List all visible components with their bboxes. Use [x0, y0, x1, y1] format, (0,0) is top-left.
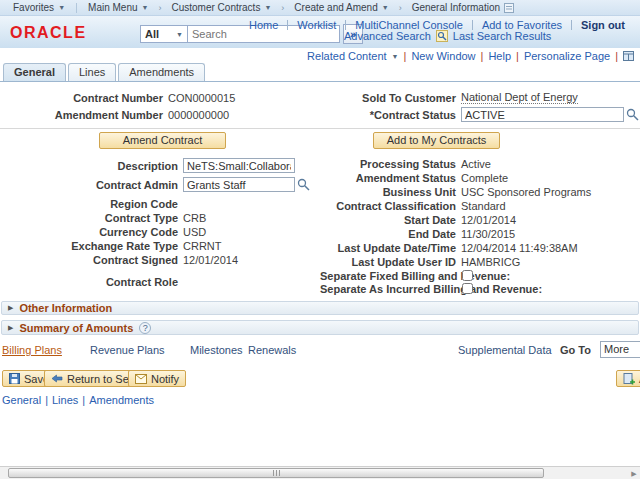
new-window-link[interactable]: New Window — [411, 50, 475, 62]
chevron-down-icon: ▼ — [176, 31, 183, 38]
separate-fixed-billing-checkbox[interactable] — [462, 270, 473, 281]
other-information-section[interactable]: ▶ Other Information — [1, 301, 639, 315]
separate-fixed-billing-label: Separate Fixed Billing and Revenue: — [320, 270, 456, 282]
start-date-label: Start Date — [320, 214, 456, 226]
description-input[interactable] — [183, 158, 295, 173]
supplemental-data-link[interactable]: Supplemental Data — [458, 344, 552, 356]
summary-of-amounts-label: Summary of Amounts — [19, 322, 133, 334]
horizontal-scrollbar[interactable]: ▶ — [0, 466, 640, 479]
processing-status-value: Active — [461, 158, 491, 170]
search-scope-value: All — [145, 28, 159, 40]
contract-signed-label: Contract Signed — [0, 254, 178, 266]
related-links-row: Billing Plans Revenue Plans Milestones R… — [0, 344, 640, 358]
sold-to-customer-link[interactable]: National Dept of Energy — [461, 91, 578, 104]
contract-classification-label: Contract Classification — [320, 200, 456, 212]
contract-admin-lookup-icon[interactable] — [297, 178, 310, 191]
currency-code-label: Currency Code — [0, 226, 178, 238]
breadcrumb-create-and-amend[interactable]: Create and Amend ▼ — [289, 2, 393, 13]
expand-triangle-icon[interactable]: ▶ — [8, 304, 13, 312]
divider — [0, 128, 640, 129]
divider: | — [82, 394, 85, 406]
breadcrumb-favorites[interactable]: Favorites ▼ — [8, 2, 70, 13]
tab-general[interactable]: General — [3, 63, 66, 81]
amendment-status-value: Complete — [461, 172, 508, 184]
notify-button[interactable]: Notify — [128, 370, 186, 387]
tab-lines[interactable]: Lines — [68, 63, 116, 81]
chevron-down-icon: ▼ — [382, 4, 389, 11]
help-link[interactable]: Help — [488, 50, 511, 62]
breadcrumb-create-and-amend-label: Create and Amend — [294, 2, 377, 13]
last-search-results-icon — [436, 30, 448, 42]
personalize-layout-icon[interactable] — [623, 51, 634, 61]
footer-amendments-link[interactable]: Amendments — [89, 394, 154, 406]
other-information-label: Other Information — [19, 302, 112, 314]
breadcrumb-current-page-label: General Information — [412, 2, 500, 13]
sold-to-customer-label: Sold To Customer — [320, 92, 456, 104]
chevron-down-icon[interactable]: ▼ — [392, 53, 399, 60]
contract-type-label: Contract Type — [0, 212, 178, 224]
breadcrumb-separator: › — [276, 3, 289, 13]
toolbar: Save Return to Search Notify Add — [0, 370, 640, 387]
divider: | — [481, 50, 484, 62]
advanced-search-link[interactable]: Advanced Search — [344, 30, 431, 42]
summary-of-amounts-section[interactable]: ▶ Summary of Amounts ? — [1, 320, 639, 335]
related-content-link[interactable]: Related Content — [307, 50, 387, 62]
page-tabs: General Lines Amendments — [0, 63, 640, 82]
contract-admin-label: Contract Admin — [0, 179, 178, 191]
contract-number-label: Contract Number — [0, 92, 163, 104]
contract-admin-input[interactable] — [183, 177, 295, 192]
exchange-rate-type-label: Exchange Rate Type — [0, 240, 178, 252]
return-arrow-icon — [51, 373, 63, 384]
divider: | — [516, 50, 519, 62]
breadcrumb-main-menu[interactable]: Main Menu ▼ — [83, 2, 153, 13]
add-to-my-contracts-button[interactable]: Add to My Contracts — [373, 132, 500, 149]
amendment-status-label: Amendment Status — [320, 172, 456, 184]
scrollbar-grip — [273, 470, 274, 476]
exchange-rate-type-value: CRRNT — [183, 240, 222, 252]
breadcrumb-separator: › — [153, 3, 166, 13]
scrollbar-grip — [276, 470, 277, 476]
add-button[interactable]: Add — [616, 370, 640, 387]
contract-status-label: *Contract Status — [320, 109, 456, 121]
oracle-logo: ORACLE — [10, 24, 87, 42]
search-links: Advanced Search Last Search Results — [344, 30, 551, 42]
contract-status-input[interactable] — [461, 107, 624, 122]
footer-general-link[interactable]: General — [2, 394, 41, 406]
page-action-bar: Related Content ▼ | New Window | Help | … — [0, 49, 640, 63]
contract-number-value: CON0000015 — [168, 92, 235, 104]
expand-triangle-icon[interactable]: ▶ — [8, 324, 13, 332]
revenue-plans-link[interactable]: Revenue Plans — [90, 344, 165, 356]
breadcrumb-customer-contracts[interactable]: Customer Contracts ▼ — [166, 2, 276, 13]
separate-as-incurred-billing-checkbox[interactable] — [462, 283, 473, 294]
scroll-right-arrow[interactable]: ▶ — [629, 469, 639, 478]
divider: | — [404, 50, 407, 62]
billing-plans-link[interactable]: Billing Plans — [2, 344, 62, 356]
processing-status-label: Processing Status — [320, 158, 456, 170]
chevron-down-icon: ▼ — [58, 4, 65, 11]
horizontal-scrollbar-thumb[interactable] — [8, 468, 544, 478]
go-to-dropdown[interactable]: More — [600, 341, 640, 358]
chevron-down-icon: ▼ — [142, 4, 149, 11]
end-date-label: End Date — [320, 228, 456, 240]
last-update-user-label: Last Update User ID — [320, 256, 456, 268]
breadcrumb: Favorites ▼ Main Menu ▼ › Customer Contr… — [0, 0, 640, 16]
footer-links: General | Lines | Amendments — [0, 394, 640, 406]
contract-status-lookup-icon[interactable] — [626, 108, 639, 121]
divider: | — [45, 394, 48, 406]
help-icon[interactable]: ? — [139, 322, 151, 334]
milestones-link[interactable]: Milestones — [190, 344, 243, 356]
last-search-results-link[interactable]: Last Search Results — [453, 30, 551, 42]
renewals-link[interactable]: Renewals — [248, 344, 296, 356]
contract-classification-value: Standard — [461, 200, 506, 212]
home-link[interactable]: Home — [240, 19, 287, 31]
sign-out-link[interactable]: Sign out — [572, 19, 634, 31]
search-scope-dropdown[interactable]: All ▼ — [140, 25, 188, 43]
personalize-page-link[interactable]: Personalize Page — [524, 50, 610, 62]
page-icon — [504, 3, 514, 13]
contract-role-label: Contract Role — [0, 276, 178, 288]
tab-amendments[interactable]: Amendments — [118, 63, 205, 81]
amend-contract-button[interactable]: Amend Contract — [99, 132, 226, 149]
worklist-link[interactable]: Worklist — [288, 19, 345, 31]
footer-lines-link[interactable]: Lines — [52, 394, 78, 406]
contract-actions: Amend Contract Add to My Contracts — [0, 132, 640, 149]
